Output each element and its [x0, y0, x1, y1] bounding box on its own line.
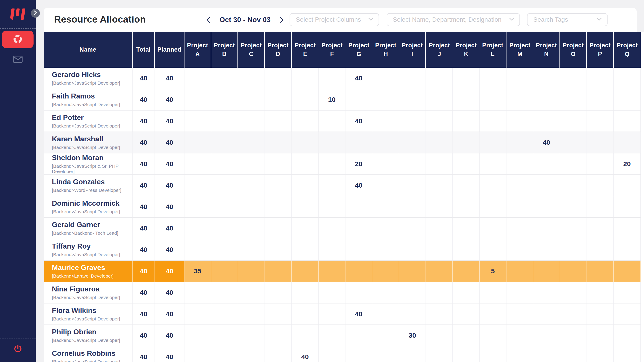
allocation-cell-project-e[interactable] — [292, 111, 319, 132]
table-row[interactable]: Flora Wilkins[Backend>JavaScript Develop… — [44, 304, 641, 325]
allocation-cell-project-j[interactable] — [426, 261, 453, 282]
allocation-cell-project-b[interactable] — [211, 282, 238, 303]
allocation-cell-project-h[interactable] — [372, 154, 399, 175]
allocation-cell-project-b[interactable] — [211, 346, 238, 362]
employee-name-cell[interactable]: Karen Marshall[Backend>JavaScript Develo… — [44, 132, 132, 153]
allocation-cell-project-j[interactable] — [426, 325, 453, 346]
sidebar-toggle-button[interactable] — [31, 9, 40, 18]
allocation-cell-project-j[interactable] — [426, 175, 453, 196]
allocation-cell-project-c[interactable] — [238, 261, 265, 282]
allocation-cell-project-c[interactable] — [238, 346, 265, 362]
allocation-cell-project-q[interactable] — [614, 282, 641, 303]
allocation-cell-project-k[interactable] — [453, 282, 480, 303]
allocation-cell-project-p[interactable] — [587, 68, 614, 89]
allocation-cell-project-h[interactable] — [372, 196, 399, 217]
allocation-cell-project-q[interactable] — [614, 175, 641, 196]
allocation-cell-project-a[interactable] — [184, 89, 211, 110]
allocation-cell-project-h[interactable] — [372, 304, 399, 325]
allocation-cell-project-d[interactable] — [265, 218, 292, 239]
allocation-cell-project-b[interactable] — [211, 218, 238, 239]
allocation-cell-project-a[interactable] — [184, 132, 211, 153]
allocation-cell-project-c[interactable] — [238, 282, 265, 303]
allocation-cell-project-n[interactable] — [533, 304, 560, 325]
table-row[interactable]: Cornelius Robbins[Backend>JavaScript Dev… — [44, 346, 641, 362]
allocation-cell-project-j[interactable] — [426, 111, 453, 132]
allocation-cell-project-e[interactable] — [292, 282, 319, 303]
allocation-cell-project-b[interactable] — [211, 261, 238, 282]
allocation-cell-project-f[interactable] — [319, 68, 346, 89]
allocation-cell-project-k[interactable] — [453, 68, 480, 89]
allocation-cell-project-n[interactable] — [533, 282, 560, 303]
allocation-cell-project-a[interactable] — [184, 239, 211, 260]
allocation-cell-project-f[interactable] — [319, 196, 346, 217]
allocation-cell-project-j[interactable] — [426, 68, 453, 89]
allocation-cell-project-p[interactable] — [587, 218, 614, 239]
allocation-cell-project-p[interactable] — [587, 111, 614, 132]
employee-name-cell[interactable]: Philip Obrien[Backend>JavaScript Develop… — [44, 325, 132, 346]
allocation-cell-project-i[interactable] — [399, 261, 426, 282]
allocation-cell-project-o[interactable] — [560, 304, 587, 325]
allocation-cell-project-o[interactable] — [560, 282, 587, 303]
logout-button[interactable] — [13, 345, 23, 355]
people-filter-select[interactable]: Select Name, Department, Designation — [386, 13, 520, 26]
allocation-cell-project-l[interactable] — [480, 154, 506, 175]
allocation-cell-project-m[interactable] — [506, 89, 533, 110]
allocation-cell-project-l[interactable] — [480, 218, 506, 239]
allocation-cell-project-p[interactable] — [587, 239, 614, 260]
allocation-cell-project-g[interactable] — [346, 196, 372, 217]
allocation-cell-project-l[interactable] — [480, 325, 506, 346]
allocation-cell-project-l[interactable] — [480, 196, 506, 217]
allocation-cell-project-q[interactable] — [614, 346, 641, 362]
allocation-cell-project-e[interactable]: 40 — [292, 346, 319, 362]
allocation-cell-project-q[interactable] — [614, 218, 641, 239]
allocation-cell-project-g[interactable] — [346, 239, 372, 260]
allocation-cell-project-d[interactable] — [265, 196, 292, 217]
allocation-cell-project-e[interactable] — [292, 239, 319, 260]
allocation-cell-project-n[interactable] — [533, 218, 560, 239]
allocation-cell-project-c[interactable] — [238, 132, 265, 153]
allocation-cell-project-i[interactable] — [399, 282, 426, 303]
allocation-cell-project-l[interactable] — [480, 89, 506, 110]
allocation-cell-project-l[interactable] — [480, 346, 506, 362]
allocation-cell-project-m[interactable] — [506, 132, 533, 153]
allocation-cell-project-h[interactable] — [372, 218, 399, 239]
allocation-cell-project-k[interactable] — [453, 132, 480, 153]
allocation-cell-project-h[interactable] — [372, 175, 399, 196]
allocation-cell-project-q[interactable] — [614, 304, 641, 325]
employee-name-cell[interactable]: Gerardo Hicks[Backend>JavaScript Develop… — [44, 68, 132, 89]
allocation-cell-project-j[interactable] — [426, 239, 453, 260]
allocation-cell-project-n[interactable] — [533, 196, 560, 217]
table-row[interactable]: Faith Ramos[Backend>JavaScript Developer… — [44, 89, 641, 111]
allocation-cell-project-b[interactable] — [211, 132, 238, 153]
allocation-cell-project-l[interactable] — [480, 175, 506, 196]
allocation-cell-project-k[interactable] — [453, 261, 480, 282]
employee-name-cell[interactable]: Sheldon Moran[Backend>JavaScript & Sr. P… — [44, 154, 132, 175]
employee-name-cell[interactable]: Tiffany Roy[Backend>JavaScript Developer… — [44, 239, 132, 260]
allocation-cell-project-j[interactable] — [426, 154, 453, 175]
allocation-cell-project-m[interactable] — [506, 304, 533, 325]
allocation-cell-project-d[interactable] — [265, 261, 292, 282]
allocation-cell-project-h[interactable] — [372, 68, 399, 89]
allocation-cell-project-o[interactable] — [560, 325, 587, 346]
allocation-cell-project-n[interactable] — [533, 261, 560, 282]
allocation-cell-project-j[interactable] — [426, 196, 453, 217]
allocation-cell-project-h[interactable] — [372, 282, 399, 303]
allocation-cell-project-o[interactable] — [560, 154, 587, 175]
table-row[interactable]: Ed Potter[Backend>JavaScript Developer]4… — [44, 111, 641, 132]
allocation-cell-project-i[interactable] — [399, 154, 426, 175]
allocation-cell-project-c[interactable] — [238, 175, 265, 196]
allocation-cell-project-l[interactable] — [480, 111, 506, 132]
allocation-cell-project-a[interactable] — [184, 196, 211, 217]
allocation-cell-project-i[interactable] — [399, 175, 426, 196]
table-row[interactable]: Gerardo Hicks[Backend>JavaScript Develop… — [44, 68, 641, 89]
allocation-cell-project-g[interactable] — [346, 325, 372, 346]
allocation-cell-project-b[interactable] — [211, 239, 238, 260]
allocation-cell-project-a[interactable] — [184, 346, 211, 362]
table-row[interactable]: Tiffany Roy[Backend>JavaScript Developer… — [44, 239, 641, 261]
allocation-cell-project-f[interactable] — [319, 346, 346, 362]
allocation-cell-project-b[interactable] — [211, 111, 238, 132]
allocation-cell-project-l[interactable] — [480, 304, 506, 325]
allocation-cell-project-f[interactable] — [319, 325, 346, 346]
allocation-cell-project-p[interactable] — [587, 175, 614, 196]
allocation-cell-project-o[interactable] — [560, 68, 587, 89]
